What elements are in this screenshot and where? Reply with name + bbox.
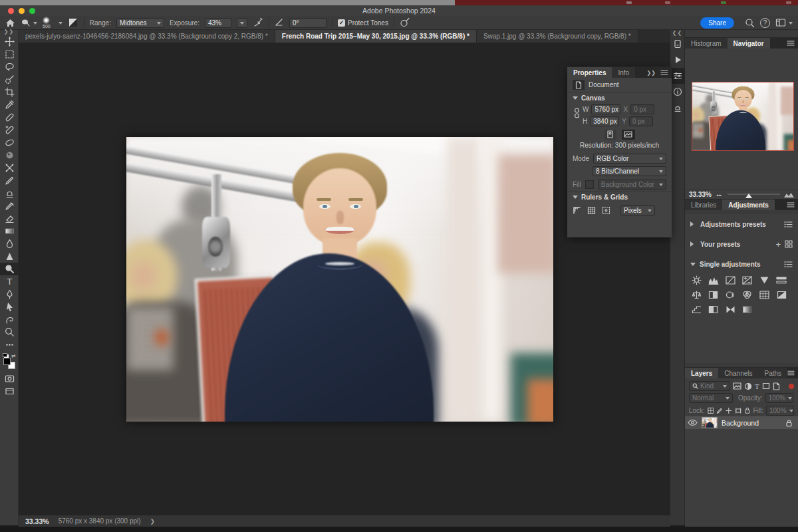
document-tab[interactable]: pexels-julyo-saenz-1046456-2186084.jpg @… <box>19 30 275 43</box>
home-button[interactable] <box>5 18 15 28</box>
portrait-orientation-button[interactable] <box>604 130 616 140</box>
lock-position-icon[interactable] <box>726 407 732 414</box>
navigator-zoom-value[interactable]: 33.33% <box>689 191 712 198</box>
single-adjustments-section[interactable]: Single adjustments <box>685 254 798 274</box>
document-tab[interactable]: Swap.1.jpg @ 33.3% (Background copy, RGB… <box>477 30 638 43</box>
smudge-tool[interactable] <box>0 313 19 326</box>
filter-smart-objects-icon[interactable] <box>773 382 780 390</box>
status-zoom-input[interactable]: 33.33% <box>25 517 49 525</box>
grid-toggle-icon[interactable] <box>587 206 596 215</box>
layer-lock-icon[interactable] <box>785 419 793 427</box>
lasso-tool[interactable] <box>0 61 19 73</box>
share-button[interactable]: Share <box>700 17 734 29</box>
opacity-input[interactable]: 100% <box>765 393 793 403</box>
brush-angle-input[interactable]: 0° <box>289 18 327 28</box>
panel-menu-icon[interactable] <box>787 201 795 208</box>
threshold-icon[interactable] <box>708 305 720 314</box>
zoom-tool[interactable] <box>0 326 19 338</box>
brightness-contrast-icon[interactable] <box>690 275 702 285</box>
protect-tones-checkbox[interactable]: ✓ Protect Tones <box>338 19 388 27</box>
airbrush-toggle[interactable] <box>253 17 263 28</box>
lock-pixels-icon[interactable] <box>716 407 723 414</box>
color-mode-select[interactable]: RGB Color <box>593 154 666 164</box>
tab-properties[interactable]: Properties <box>567 67 612 78</box>
photo-filter-icon[interactable] <box>724 290 736 299</box>
rulers-toggle-icon[interactable] <box>573 206 581 215</box>
properties-panel-icon[interactable] <box>670 68 685 84</box>
blur-tool[interactable] <box>0 237 19 250</box>
swap-colors-icon[interactable]: ⇄ <box>11 353 16 359</box>
edit-toolbar-ellipsis[interactable] <box>0 338 19 351</box>
sharpen-tool[interactable] <box>0 250 19 263</box>
tab-histogram[interactable]: Histogram <box>685 38 728 49</box>
help-icon[interactable]: ? <box>760 18 770 28</box>
status-info-chevron[interactable]: ❯ <box>150 518 156 525</box>
hue-saturation-icon[interactable] <box>775 275 787 285</box>
default-colors-icon[interactable] <box>3 353 7 357</box>
zoom-out-icon[interactable] <box>715 192 724 198</box>
black-white-icon[interactable] <box>708 290 720 299</box>
your-presets-section[interactable]: Your presets + <box>685 234 798 254</box>
navigator-proxy-view[interactable] <box>692 82 794 151</box>
channel-mixer-icon[interactable] <box>741 290 753 299</box>
content-aware-move-tool[interactable] <box>0 162 19 174</box>
zoom-in-icon[interactable] <box>783 191 794 198</box>
canvas-section-header[interactable]: Canvas <box>567 92 672 103</box>
bit-depth-select[interactable]: 8 Bits/Channel <box>593 166 666 176</box>
eyedropper-tool[interactable] <box>0 98 19 111</box>
curves-icon[interactable] <box>724 275 736 285</box>
lock-artboard-icon[interactable] <box>735 407 741 414</box>
actions-panel-icon[interactable] <box>670 52 685 68</box>
fill-input[interactable]: 100% <box>766 406 794 416</box>
type-tool[interactable]: T <box>0 275 19 288</box>
open-document-image[interactable] <box>702 418 718 428</box>
panel-collapse-icon[interactable]: ❯❯ <box>647 70 656 76</box>
layer-visibility-eye-icon[interactable] <box>688 419 698 426</box>
tab-channels[interactable]: Channels <box>718 368 758 378</box>
canvas-width-input[interactable]: 5760 px <box>591 104 620 114</box>
grid-view-icon[interactable] <box>785 240 793 248</box>
add-preset-icon[interactable]: + <box>775 239 781 249</box>
pressure-size-toggle[interactable] <box>400 17 410 28</box>
layer-thumbnail[interactable] <box>702 417 718 428</box>
healing-brush-tool[interactable] <box>0 124 19 136</box>
minimize-window-button[interactable] <box>19 8 25 14</box>
spot-healing-brush-tool[interactable] <box>0 111 19 124</box>
list-view-icon[interactable] <box>784 221 793 228</box>
open-document-image[interactable] <box>692 82 794 150</box>
tab-adjustments[interactable]: Adjustments <box>722 200 775 210</box>
lock-transparency-icon[interactable] <box>708 407 714 414</box>
brush-preset-picker[interactable]: 500 <box>43 17 51 29</box>
lock-all-icon[interactable] <box>744 406 751 414</box>
document-tab-active[interactable]: French Road Trip 2015–May 30, 2015.jpg @… <box>275 30 477 43</box>
color-balance-icon[interactable] <box>690 290 702 299</box>
open-document-image[interactable] <box>126 137 553 422</box>
workspace-switcher[interactable] <box>775 18 793 27</box>
brush-tool[interactable] <box>0 174 19 187</box>
dock-expand-handle[interactable]: ❮❮ <box>670 30 684 36</box>
filter-shape-layers-icon[interactable] <box>762 382 770 390</box>
navigator-zoom-slider[interactable] <box>728 194 780 195</box>
panel-menu-icon[interactable] <box>787 370 795 376</box>
landscape-orientation-button-selected[interactable] <box>622 130 635 140</box>
quick-mask-button[interactable] <box>0 372 19 385</box>
range-select[interactable]: Midtones <box>116 18 164 28</box>
panel-menu-icon[interactable] <box>660 69 668 76</box>
brush-picker-chevron[interactable] <box>59 22 63 27</box>
rulers-grids-section-header[interactable]: Rulers & Grids <box>567 192 672 203</box>
blend-mode-select[interactable]: Normal <box>689 393 733 403</box>
selective-color-icon[interactable] <box>741 305 753 314</box>
search-icon[interactable] <box>745 18 755 28</box>
foreground-background-colors[interactable]: ⇄ <box>0 352 19 370</box>
tool-preset-picker[interactable] <box>21 18 37 28</box>
layer-filter-select[interactable]: Kind <box>689 381 730 391</box>
invert-icon[interactable] <box>775 290 787 299</box>
move-tool[interactable] <box>0 35 19 48</box>
slider-thumb[interactable] <box>745 190 752 198</box>
eraser-tool[interactable] <box>0 212 19 225</box>
list-view-icon[interactable] <box>784 261 793 268</box>
red-eye-tool[interactable] <box>0 149 19 162</box>
gradient-tool[interactable] <box>0 225 19 237</box>
history-brush-tool[interactable] <box>0 200 19 212</box>
layer-row-background-selected[interactable]: Background <box>685 416 798 429</box>
